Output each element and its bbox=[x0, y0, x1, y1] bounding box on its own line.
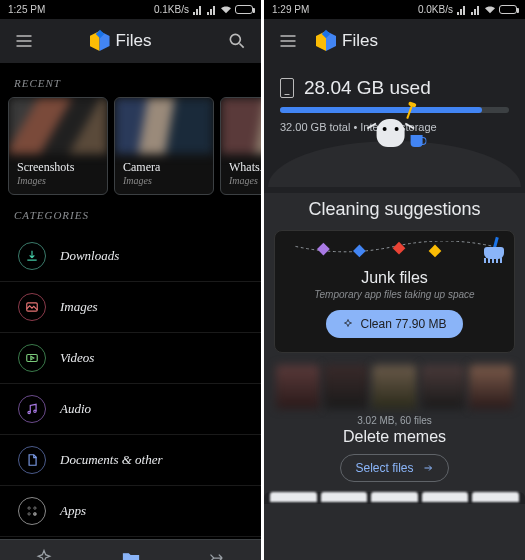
recent-sub: Images bbox=[229, 175, 261, 186]
svg-point-4 bbox=[34, 410, 36, 412]
app-title: Files bbox=[116, 31, 152, 51]
category-label: Videos bbox=[60, 350, 94, 366]
files-logo-icon bbox=[316, 31, 336, 51]
status-bar: 1:29 PM 0.0KB/s bbox=[264, 0, 525, 19]
download-icon bbox=[18, 242, 46, 270]
recent-card-screenshots[interactable]: Screenshots Images bbox=[8, 97, 108, 195]
signal-icon bbox=[207, 5, 217, 15]
junk-subtitle: Temporary app files taking up space bbox=[287, 289, 502, 300]
share-icon bbox=[208, 548, 228, 560]
storage-progress-fill bbox=[280, 107, 482, 113]
next-card-peek bbox=[264, 492, 525, 504]
svg-rect-12 bbox=[429, 245, 442, 258]
meme-thumb bbox=[324, 365, 368, 409]
app-bar: Files bbox=[264, 19, 525, 63]
recent-sub: Images bbox=[123, 175, 205, 186]
category-images[interactable]: Images bbox=[0, 282, 261, 333]
junk-files-card[interactable]: Junk files Temporary app files taking up… bbox=[274, 230, 515, 353]
clean-junk-label: Clean 77.90 MB bbox=[360, 317, 446, 331]
app-brand: Files bbox=[46, 31, 195, 51]
battery-icon bbox=[235, 5, 253, 14]
search-button[interactable] bbox=[225, 29, 249, 53]
status-net: 0.0KB/s bbox=[418, 4, 453, 15]
folder-icon bbox=[121, 548, 141, 560]
nav-clean[interactable]: Clean bbox=[0, 540, 87, 560]
meme-thumb bbox=[421, 365, 465, 409]
phone-storage-icon bbox=[280, 78, 294, 98]
video-icon bbox=[18, 344, 46, 372]
document-icon bbox=[18, 446, 46, 474]
apps-icon bbox=[18, 497, 46, 525]
app-title: Files bbox=[342, 31, 378, 51]
menu-button[interactable] bbox=[276, 29, 300, 53]
category-label: Images bbox=[60, 299, 98, 315]
categories-list: Downloads Images Videos Audio Documents … bbox=[0, 229, 261, 539]
hamburger-icon bbox=[14, 31, 34, 51]
category-label: Audio bbox=[60, 401, 91, 417]
cleaning-title: Cleaning suggestions bbox=[274, 193, 515, 230]
svg-rect-11 bbox=[393, 242, 406, 255]
wifi-icon bbox=[221, 5, 231, 15]
svg-point-6 bbox=[34, 507, 36, 509]
status-net: 0.1KB/s bbox=[154, 4, 189, 15]
wave-divider bbox=[268, 141, 521, 187]
phone-right-clean: 1:29 PM 0.0KB/s Files 28.04 GB used bbox=[264, 0, 525, 560]
meme-thumb bbox=[469, 365, 513, 409]
memes-meta: 3.02 MB, 60 files bbox=[274, 415, 515, 426]
bottom-nav: Clean Browse Share bbox=[0, 539, 261, 560]
recent-heading: RECENT bbox=[0, 63, 261, 97]
app-bar: Files bbox=[0, 19, 261, 63]
category-apps[interactable]: Apps bbox=[0, 486, 261, 537]
svg-point-3 bbox=[28, 411, 30, 413]
category-documents[interactable]: Documents & other bbox=[0, 435, 261, 486]
recent-row[interactable]: Screenshots Images Camera Images WhatsAp… bbox=[0, 97, 261, 195]
brush-icon bbox=[480, 237, 506, 263]
recent-title: Screenshots bbox=[17, 160, 99, 175]
categories-heading: CATEGORIES bbox=[0, 195, 261, 229]
nav-browse[interactable]: Browse bbox=[87, 540, 174, 560]
svg-rect-2 bbox=[27, 355, 38, 362]
signal-icon bbox=[471, 5, 481, 15]
nav-share[interactable]: Share bbox=[174, 540, 261, 560]
files-logo-icon bbox=[90, 31, 110, 51]
category-label: Downloads bbox=[60, 248, 119, 264]
signal-icon bbox=[457, 5, 467, 15]
status-time: 1:29 PM bbox=[272, 4, 309, 15]
svg-point-0 bbox=[230, 34, 240, 44]
category-audio[interactable]: Audio bbox=[0, 384, 261, 435]
category-downloads[interactable]: Downloads bbox=[0, 231, 261, 282]
clean-junk-button[interactable]: Clean 77.90 MB bbox=[326, 310, 462, 338]
memes-thumbs[interactable] bbox=[276, 365, 513, 409]
audio-icon bbox=[18, 395, 46, 423]
image-icon bbox=[18, 293, 46, 321]
svg-point-7 bbox=[28, 513, 30, 515]
select-memes-button[interactable]: Select files bbox=[340, 454, 448, 482]
search-icon bbox=[227, 31, 247, 51]
sparkle-icon bbox=[34, 548, 54, 560]
recent-card-whatsapp[interactable]: WhatsAp Images bbox=[220, 97, 261, 195]
storage-used: 28.04 GB used bbox=[304, 77, 431, 99]
recent-thumb bbox=[221, 98, 261, 154]
meme-thumb bbox=[276, 365, 320, 409]
svg-rect-10 bbox=[353, 245, 366, 258]
hamburger-icon bbox=[278, 31, 298, 51]
memes-title: Delete memes bbox=[274, 428, 515, 446]
garland-icon bbox=[285, 241, 504, 259]
category-label: Apps bbox=[60, 503, 86, 519]
mascot-icon bbox=[376, 119, 422, 147]
signal-icon bbox=[193, 5, 203, 15]
svg-point-8 bbox=[34, 513, 36, 515]
recent-title: Camera bbox=[123, 160, 205, 175]
category-videos[interactable]: Videos bbox=[0, 333, 261, 384]
storage-panel[interactable]: 28.04 GB used 32.00 GB total • Internal … bbox=[264, 63, 525, 195]
wifi-icon bbox=[485, 5, 495, 15]
battery-icon bbox=[499, 5, 517, 14]
menu-button[interactable] bbox=[12, 29, 36, 53]
recent-thumb bbox=[9, 98, 107, 154]
storage-progress bbox=[280, 107, 509, 113]
app-brand: Files bbox=[316, 31, 513, 51]
svg-rect-9 bbox=[317, 243, 330, 256]
recent-title: WhatsAp bbox=[229, 160, 261, 175]
status-time: 1:25 PM bbox=[8, 4, 45, 15]
recent-card-camera[interactable]: Camera Images bbox=[114, 97, 214, 195]
